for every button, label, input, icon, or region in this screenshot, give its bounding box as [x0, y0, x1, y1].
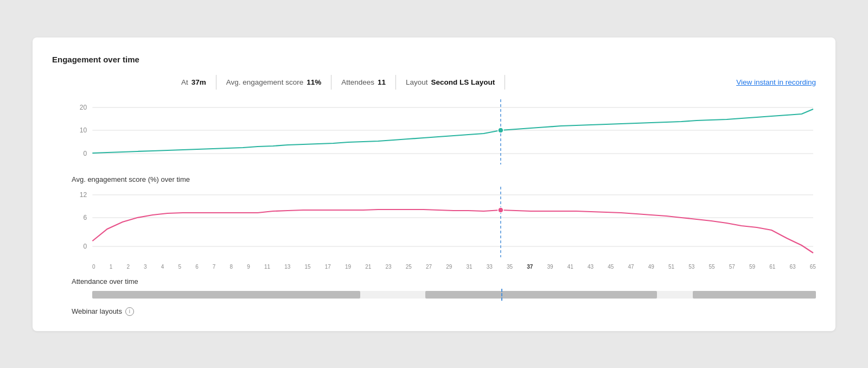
chart2-section: Avg. engagement score (%) over time 12 6…: [52, 175, 816, 270]
avg-label: Avg. engagement score: [226, 78, 303, 86]
x-label: 15: [304, 264, 310, 270]
attendance-section: Attendance over time: [52, 277, 816, 301]
x-label: 51: [668, 264, 674, 270]
at-value: 37m: [192, 78, 206, 86]
svg-text:0: 0: [84, 150, 87, 157]
x-label: 27: [426, 264, 432, 270]
layout-label: Layout: [406, 78, 428, 86]
x-label: 65: [810, 264, 816, 270]
svg-point-7: [498, 128, 503, 133]
engagement-card: Engagement over time At 37m Avg. engagem…: [33, 37, 835, 331]
x-label: 33: [487, 264, 493, 270]
x-label: 37: [527, 264, 533, 270]
svg-point-15: [498, 207, 503, 213]
x-label: 57: [729, 264, 735, 270]
chart2-label: Avg. engagement score (%) over time: [72, 175, 816, 183]
stat-at: At 37m: [171, 75, 216, 90]
x-label: 9: [247, 264, 250, 270]
attendance-dashed-line: [501, 289, 502, 301]
x-label: 3: [144, 264, 147, 270]
x-label: 19: [345, 264, 351, 270]
stat-layout: Layout Second LS Layout: [396, 75, 505, 90]
chart2-svg: 12 6 0: [72, 187, 816, 263]
x-label: 39: [547, 264, 553, 270]
chart1-section: 20 10 0: [52, 99, 816, 170]
x-label: 13: [284, 264, 290, 270]
svg-text:6: 6: [84, 214, 87, 221]
x-label: 5: [178, 264, 181, 270]
x-label: 2: [126, 264, 130, 270]
x-label: 0: [92, 264, 95, 270]
webinar-layouts-row: Webinar layouts i: [72, 307, 816, 316]
x-label: 55: [709, 264, 714, 270]
x-label: 23: [385, 264, 391, 270]
x-label: 61: [769, 264, 775, 270]
x-label: 1: [110, 264, 113, 270]
stat-attendees: Attendees 11: [331, 75, 396, 90]
chart1-svg: 20 10 0: [72, 99, 816, 170]
svg-text:0: 0: [84, 243, 87, 250]
avg-value: 11%: [307, 78, 321, 86]
x-label: 21: [365, 264, 371, 270]
x-label: 7: [213, 264, 216, 270]
stat-avg: Avg. engagement score 11%: [216, 75, 331, 90]
attendance-segment-1: [92, 291, 360, 299]
info-icon[interactable]: i: [125, 307, 134, 316]
svg-text:20: 20: [80, 104, 87, 111]
x-label: 11: [264, 264, 270, 270]
stats-bar: At 37m Avg. engagement score 11% Attende…: [171, 75, 816, 90]
x-label: 41: [567, 264, 573, 270]
svg-text:10: 10: [80, 126, 87, 134]
x-label: 31: [466, 264, 472, 270]
x-label: 45: [608, 264, 614, 270]
svg-text:12: 12: [80, 191, 87, 199]
at-label: At: [181, 78, 188, 86]
x-label: 17: [325, 264, 331, 270]
x-label: 47: [628, 264, 634, 270]
attendees-value: 11: [378, 78, 386, 86]
x-label: 8: [230, 264, 233, 270]
layout-value: Second LS Layout: [431, 78, 495, 86]
attendance-bar-container: [92, 289, 816, 301]
x-label: 6: [195, 264, 199, 270]
x-label: 4: [161, 264, 164, 270]
x-label: 29: [446, 264, 452, 270]
chart1-wrapper: 20 10 0: [72, 99, 816, 170]
x-label: 49: [648, 264, 654, 270]
card-title: Engagement over time: [52, 55, 816, 64]
x-label: 25: [406, 264, 412, 270]
chart2-wrapper: 12 6 0 0 1 2 3 4 5 6 7 8 9: [72, 187, 816, 270]
attendees-label: Attendees: [341, 78, 374, 86]
x-label: 35: [507, 264, 513, 270]
view-instant-link[interactable]: View instant in recording: [736, 78, 816, 86]
x-label: 43: [588, 264, 593, 270]
attendance-segment-3: [693, 291, 816, 299]
x-label: 63: [789, 264, 795, 270]
x-label: 53: [688, 264, 694, 270]
webinar-layouts-label: Webinar layouts: [72, 307, 122, 315]
x-label: 59: [749, 264, 755, 270]
attendance-segment-2: [425, 291, 657, 299]
attendance-label: Attendance over time: [72, 277, 816, 285]
